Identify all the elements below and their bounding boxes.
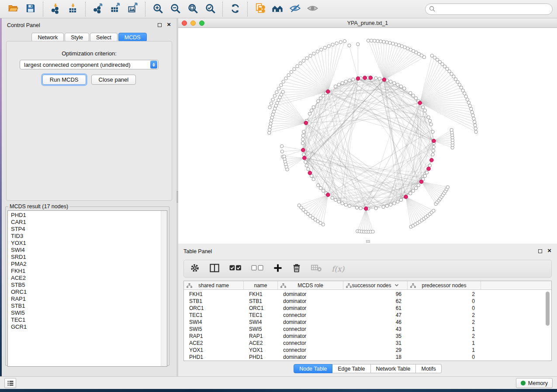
network-node[interactable]: [275, 91, 278, 94]
network-node[interactable]: [339, 41, 342, 44]
mcds-node[interactable]: [418, 101, 422, 105]
network-node[interactable]: [374, 206, 377, 210]
column-header-name[interactable]: name: [244, 281, 278, 289]
network-node[interactable]: [271, 113, 274, 116]
mcds-result-item[interactable]: STB5: [8, 282, 160, 289]
network-node[interactable]: [304, 160, 307, 163]
network-node[interactable]: [374, 76, 377, 79]
network-node[interactable]: [385, 204, 388, 207]
network-node[interactable]: [312, 178, 315, 181]
network-node[interactable]: [356, 43, 360, 46]
column-header-MCDS-role[interactable]: MCDS role: [278, 281, 343, 289]
network-node[interactable]: [301, 134, 304, 137]
close-window-icon[interactable]: ×: [167, 20, 171, 29]
mcds-node[interactable]: [303, 156, 307, 160]
optimization-criterion-select[interactable]: largest connected component (undirected): [20, 60, 159, 69]
network-node[interactable]: [307, 168, 310, 171]
network-node[interactable]: [337, 200, 340, 203]
tab-network[interactable]: Network: [31, 33, 64, 42]
table-row[interactable]: RAP1RAP1dominator352: [184, 333, 551, 340]
mcds-result-item[interactable]: ORC1: [8, 289, 160, 296]
network-node[interactable]: [270, 102, 273, 105]
network-node[interactable]: [371, 230, 374, 233]
network-node[interactable]: [474, 130, 477, 133]
status-list-button[interactable]: [4, 378, 16, 388]
network-node[interactable]: [269, 125, 272, 128]
network-node[interactable]: [388, 41, 391, 45]
network-node[interactable]: [341, 82, 344, 85]
network-node[interactable]: [319, 96, 322, 100]
table-scrollbar-thumb[interactable]: [546, 292, 550, 326]
network-node[interactable]: [270, 119, 273, 122]
network-node[interactable]: [471, 114, 474, 117]
network-node[interactable]: [327, 45, 330, 48]
network-node[interactable]: [331, 196, 334, 199]
mcds-node[interactable]: [326, 193, 330, 197]
network-node[interactable]: [344, 203, 347, 206]
network-node[interactable]: [385, 41, 388, 44]
network-node[interactable]: [348, 44, 351, 47]
network-node[interactable]: [432, 145, 435, 148]
network-node[interactable]: [473, 120, 476, 124]
export-network-button[interactable]: [90, 1, 105, 17]
network-node[interactable]: [286, 168, 289, 171]
mcds-result-item[interactable]: SWI5: [8, 309, 160, 316]
mcds-node[interactable]: [356, 77, 360, 81]
delete-column-button[interactable]: [292, 262, 301, 275]
mcds-node[interactable]: [432, 139, 436, 143]
network-node[interactable]: [302, 130, 305, 133]
network-node[interactable]: [432, 209, 435, 212]
network-node[interactable]: [409, 192, 412, 195]
hide-selected-button[interactable]: [287, 1, 302, 17]
network-node[interactable]: [399, 198, 402, 201]
network-node[interactable]: [429, 123, 432, 126]
mcds-result-item[interactable]: TEC1: [8, 316, 160, 323]
table-row[interactable]: YOX1YOX1connector291: [184, 347, 551, 354]
network-node[interactable]: [391, 42, 394, 45]
tab-node-table[interactable]: Node Table: [294, 364, 332, 373]
table-row[interactable]: ACE2ACE2connector311: [184, 340, 551, 347]
network-node[interactable]: [302, 153, 305, 156]
export-image-button[interactable]: [125, 1, 140, 17]
zoom-out-button[interactable]: [168, 1, 183, 17]
column-header-predecessor-nodes[interactable]: predecessor nodes: [408, 281, 481, 289]
run-mcds-button[interactable]: Run MCDS: [42, 75, 86, 85]
network-node[interactable]: [280, 150, 284, 153]
column-header-shared-name[interactable]: shared name: [184, 281, 244, 289]
network-node[interactable]: [379, 40, 382, 43]
mcds-result-item[interactable]: ACE2: [8, 275, 160, 282]
zoom-selected-button[interactable]: [203, 1, 218, 17]
zoom-in-button[interactable]: [150, 1, 165, 17]
select-all-columns-button[interactable]: [229, 262, 242, 275]
network-node[interactable]: [323, 46, 326, 49]
network-node[interactable]: [427, 116, 430, 119]
network-node[interactable]: [412, 189, 415, 192]
mcds-result-item[interactable]: STP4: [8, 226, 160, 233]
network-node[interactable]: [322, 189, 325, 192]
network-node[interactable]: [398, 44, 401, 47]
network-node[interactable]: [432, 149, 435, 152]
network-node[interactable]: [474, 127, 477, 130]
network-node[interactable]: [471, 110, 474, 113]
network-node[interactable]: [337, 83, 340, 86]
network-node[interactable]: [393, 202, 396, 205]
export-table-button[interactable]: [108, 1, 123, 17]
network-node[interactable]: [472, 117, 475, 120]
network-node[interactable]: [417, 184, 420, 187]
network-node[interactable]: [446, 186, 449, 189]
network-node[interactable]: [370, 39, 373, 42]
network-node[interactable]: [393, 82, 396, 85]
network-node[interactable]: [474, 124, 477, 127]
network-node[interactable]: [296, 65, 299, 68]
network-node[interactable]: [268, 106, 271, 109]
network-node[interactable]: [320, 48, 323, 51]
network-node[interactable]: [316, 50, 319, 53]
network-node[interactable]: [382, 205, 385, 208]
network-node[interactable]: [312, 106, 315, 109]
show-hidden-button[interactable]: [305, 1, 320, 17]
table-row[interactable]: PHD1PHD1dominator180: [184, 354, 551, 361]
network-node[interactable]: [460, 86, 463, 89]
tab-style[interactable]: Style: [65, 33, 89, 42]
close-panel-button[interactable]: Close panel: [91, 75, 136, 85]
mcds-result-item[interactable]: FKH1: [8, 268, 160, 275]
